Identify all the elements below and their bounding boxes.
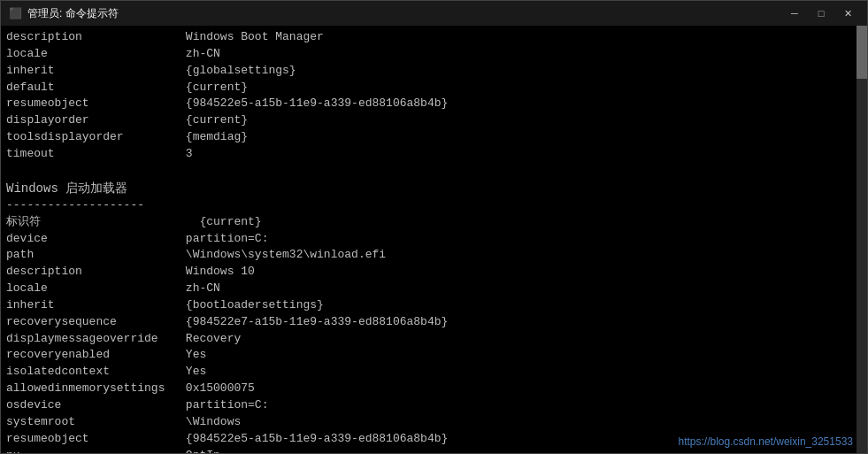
console-row: recoveryenabled Yes — [6, 347, 862, 364]
row-value: \Windows\system32\winload.efi — [186, 247, 386, 264]
row-key: locale — [6, 281, 186, 297]
console-row: description Windows Boot Manager — [6, 29, 862, 46]
row-key: nx — [6, 448, 186, 453]
title-bar-left: ⬛ 管理员: 命令提示符 — [8, 6, 119, 21]
row-key: description — [6, 264, 186, 281]
console-row: displaymessageoverride Recovery — [6, 331, 862, 348]
row-key: displayorder — [6, 112, 186, 129]
row-value: {current} — [186, 112, 248, 129]
row-value: Recovery — [186, 331, 241, 348]
row-key: osdevice — [6, 397, 186, 414]
row-value: OptIn — [186, 448, 220, 453]
section2-separator: -------------------- — [6, 197, 862, 214]
row-key: allowedinmemorysettings — [6, 381, 186, 397]
console-area: description Windows Boot Managerlocale z… — [1, 26, 867, 453]
row-key: path — [6, 247, 186, 264]
row-value: zh-CN — [186, 46, 220, 63]
window-title: 管理员: 命令提示符 — [27, 6, 119, 21]
row-key: default — [6, 80, 186, 96]
row-value: Windows Boot Manager — [186, 29, 324, 46]
row-key: isolatedcontext — [6, 364, 186, 381]
console-row: nx OptIn — [6, 448, 862, 453]
row-key: displaymessageoverride — [6, 331, 186, 348]
window-controls: ─ □ ✕ — [782, 4, 860, 22]
console-row: path \Windows\system32\winload.efi — [6, 247, 862, 264]
console-row: displayorder {current} — [6, 112, 862, 129]
row-key: 标识符 — [6, 214, 199, 231]
console-row: recoverysequence {984522e7-a15b-11e9-a33… — [6, 314, 862, 331]
row-value: {984522e5-a15b-11e9-a339-ed88106a8b4b} — [186, 431, 448, 448]
console-row: systemroot \Windows — [6, 414, 862, 431]
console-row: resumeobject {984522e5-a15b-11e9-a339-ed… — [6, 96, 862, 112]
row-value: Windows 10 — [186, 264, 255, 281]
row-value: Yes — [186, 347, 206, 364]
console-row: description Windows 10 — [6, 264, 862, 281]
console-row: 标识符 {current} — [6, 214, 862, 231]
row-key: systemroot — [6, 414, 186, 431]
scrollbar-thumb[interactable] — [856, 26, 867, 79]
row-value: {current} — [199, 214, 261, 231]
minimize-button[interactable]: ─ — [782, 4, 807, 22]
watermark: https://blog.csdn.net/weixin_3251533 — [679, 435, 853, 448]
row-key: timeout — [6, 146, 186, 163]
row-key: locale — [6, 46, 186, 63]
blank-line — [6, 163, 862, 180]
row-value: 0x15000075 — [186, 381, 255, 397]
row-key: recoverysequence — [6, 314, 186, 331]
console-row: inherit {globalsettings} — [6, 63, 862, 80]
row-key: resumeobject — [6, 431, 186, 448]
console-row: inherit {bootloadersettings} — [6, 297, 862, 314]
console-row: locale zh-CN — [6, 281, 862, 297]
console-row: timeout 3 — [6, 146, 862, 163]
row-key: resumeobject — [6, 96, 186, 112]
maximize-button[interactable]: □ — [809, 4, 833, 22]
row-value: partition=C: — [186, 231, 269, 248]
row-key: inherit — [6, 63, 186, 80]
row-key: toolsdisplayorder — [6, 129, 186, 146]
row-value: {memdiag} — [186, 129, 248, 146]
row-value: {current} — [186, 80, 248, 96]
row-value: 3 — [186, 146, 193, 163]
window: ⬛ 管理员: 命令提示符 ─ □ ✕ description Windows B… — [0, 0, 868, 454]
title-bar: ⬛ 管理员: 命令提示符 ─ □ ✕ — [1, 1, 867, 26]
row-value: {bootloadersettings} — [186, 297, 324, 314]
row-value: {globalsettings} — [186, 63, 296, 80]
console-row: default {current} — [6, 80, 862, 96]
cmd-icon: ⬛ — [8, 6, 22, 20]
row-key: device — [6, 231, 186, 248]
console-row: toolsdisplayorder {memdiag} — [6, 129, 862, 146]
console-content: description Windows Boot Managerlocale z… — [6, 29, 862, 453]
row-key: inherit — [6, 297, 186, 314]
row-value: \Windows — [186, 414, 241, 431]
row-value: {984522e7-a15b-11e9-a339-ed88106a8b4b} — [186, 314, 448, 331]
scrollbar[interactable] — [856, 26, 867, 453]
console-row: isolatedcontext Yes — [6, 364, 862, 381]
row-value: partition=C: — [186, 397, 269, 414]
console-row: osdevice partition=C: — [6, 397, 862, 414]
close-button[interactable]: ✕ — [835, 4, 860, 22]
row-value: {984522e5-a15b-11e9-a339-ed88106a8b4b} — [186, 96, 448, 112]
row-value: zh-CN — [186, 281, 220, 297]
row-key: recoveryenabled — [6, 347, 186, 364]
row-value: Yes — [186, 364, 206, 381]
console-row: allowedinmemorysettings 0x15000075 — [6, 381, 862, 397]
section2-title: Windows 启动加载器 — [6, 180, 862, 197]
row-key: description — [6, 29, 186, 46]
console-row: locale zh-CN — [6, 46, 862, 63]
console-row: device partition=C: — [6, 231, 862, 248]
